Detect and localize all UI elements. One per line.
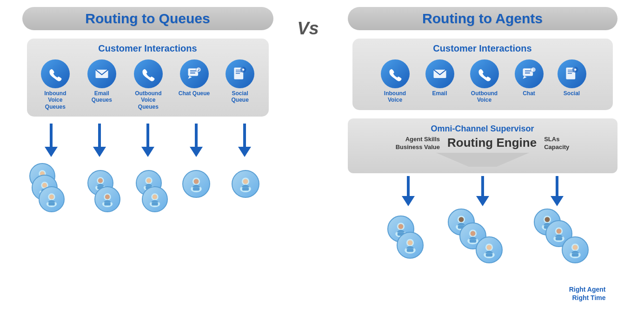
svg-point-92 [458, 217, 464, 222]
r-email-icon [425, 59, 454, 88]
left-label-outbound: Outbound Voice Queues [132, 90, 165, 110]
left-interactions-title: Customer Interactions [36, 43, 259, 54]
right-panel: Routing to Agents Customer Interactions … [334, 5, 631, 302]
r-outbound-icon [470, 59, 499, 88]
right-icon-inbound: Inbound Voice [379, 59, 412, 104]
svg-marker-69 [402, 196, 415, 206]
left-label-inbound: Inbound Voice Queues [39, 90, 72, 110]
slas-label: SLAs [540, 136, 563, 143]
left-icon-outbound: Outbound Voice Queues [132, 59, 165, 110]
svg-rect-97 [571, 253, 578, 256]
svg-marker-18 [190, 147, 203, 157]
right-interactions-title: Customer Interactions [362, 43, 604, 54]
left-icon-email: Email Queues [86, 59, 118, 104]
svg-rect-89 [469, 239, 476, 242]
right-label-chat: Chat [523, 90, 535, 97]
main-container: Routing to Queues Customer Interactions … [0, 0, 644, 320]
svg-rect-85 [485, 253, 492, 256]
right-title: Routing to Agents [366, 11, 599, 26]
svg-point-104 [544, 217, 550, 222]
svg-marker-16 [141, 147, 154, 157]
svg-rect-101 [555, 237, 562, 240]
chat-icon: ✓ [180, 59, 209, 88]
svg-point-51 [193, 179, 199, 184]
left-panel: Routing to Queues Customer Interactions … [13, 5, 283, 233]
right-agent-right-time: Right Agent Right Time [569, 285, 606, 302]
svg-point-35 [105, 195, 109, 199]
right-icon-email: Email [425, 59, 454, 97]
r-chat-icon [515, 59, 544, 88]
right-interactions-box: Customer Interactions Inbound Voice [352, 39, 613, 110]
svg-point-100 [556, 229, 561, 234]
right-label-inbound: Inbound Voice [379, 90, 412, 104]
inbound-voice-icon [41, 59, 70, 88]
svg-point-76 [407, 240, 412, 245]
agent-avatar [94, 186, 120, 212]
svg-rect-77 [406, 248, 413, 252]
right-agents [348, 209, 617, 285]
svg-marker-12 [45, 147, 58, 157]
capacity-label: Capacity [540, 144, 573, 150]
left-label-email: Email Queues [86, 90, 118, 104]
right-arrows [348, 176, 617, 209]
left-title-banner: Routing to Queues [22, 7, 273, 30]
left-interactions-box: Customer Interactions Inbound Voice Queu… [27, 39, 269, 117]
svg-rect-24 [48, 202, 55, 206]
svg-rect-56 [242, 187, 248, 190]
svg-rect-44 [152, 202, 158, 206]
svg-rect-52 [193, 187, 199, 190]
funnel-shape [436, 153, 529, 167]
email-icon [87, 59, 116, 88]
left-icon-chat: ✓ Chat Queue [179, 59, 210, 97]
svg-marker-14 [93, 147, 106, 157]
svg-marker-73 [551, 196, 564, 206]
svg-point-84 [486, 245, 491, 250]
routing-engine-title: Routing Engine [447, 136, 537, 150]
left-label-social: Social Queue [224, 90, 256, 104]
svg-point-47 [146, 178, 151, 183]
svg-text:✓: ✓ [197, 68, 200, 72]
right-icon-social: Social [558, 59, 586, 97]
right-title-banner: Routing to Agents [348, 7, 617, 30]
svg-rect-36 [104, 202, 111, 206]
left-label-chat: Chat Queue [179, 90, 210, 97]
right-agent-label-container: Right Agent Right Time [348, 283, 617, 302]
right-arrows-svg [348, 176, 617, 209]
omni-title: Omni-Channel Supervisor [357, 124, 608, 134]
svg-point-80 [398, 224, 403, 229]
left-title: Routing to Queues [41, 11, 255, 26]
right-icons-row: Inbound Voice Email [362, 59, 604, 104]
outbound-voice-icon [134, 59, 163, 88]
svg-marker-67 [436, 153, 529, 167]
right-label-email: Email [432, 90, 447, 97]
business-value-label: Business Value [392, 144, 444, 150]
agent-avatar [397, 232, 424, 259]
left-agents [27, 163, 269, 233]
vs-section: Vs [283, 5, 334, 39]
svg-point-23 [49, 195, 53, 199]
left-arrows-svg [27, 124, 269, 161]
vs-text: Vs [297, 19, 319, 39]
agent-avatar [562, 236, 589, 263]
svg-marker-20 [238, 147, 251, 157]
svg-point-55 [243, 179, 248, 184]
svg-point-96 [572, 245, 578, 250]
agent-avatar [39, 186, 65, 212]
agent-avatar [232, 170, 259, 198]
r-inbound-voice-icon [381, 59, 410, 88]
agent-avatar [476, 236, 503, 263]
agent-avatar [142, 186, 168, 212]
left-icons-row: Inbound Voice Queues Email Queues [36, 59, 259, 110]
omni-channel-box: Omni-Channel Supervisor Agent Skills Bus… [348, 118, 617, 173]
left-arrows [27, 124, 269, 161]
svg-point-88 [470, 231, 475, 236]
left-icon-social: Social Queue [224, 59, 256, 104]
social-icon [226, 59, 254, 88]
svg-point-39 [98, 178, 102, 183]
right-icon-outbound: Outbound Voice [468, 59, 501, 104]
left-icon-inbound-voice: Inbound Voice Queues [39, 59, 72, 110]
right-label-outbound: Outbound Voice [468, 90, 501, 104]
svg-point-43 [152, 195, 157, 199]
right-label-social: Social [564, 90, 580, 97]
svg-marker-71 [476, 196, 489, 206]
